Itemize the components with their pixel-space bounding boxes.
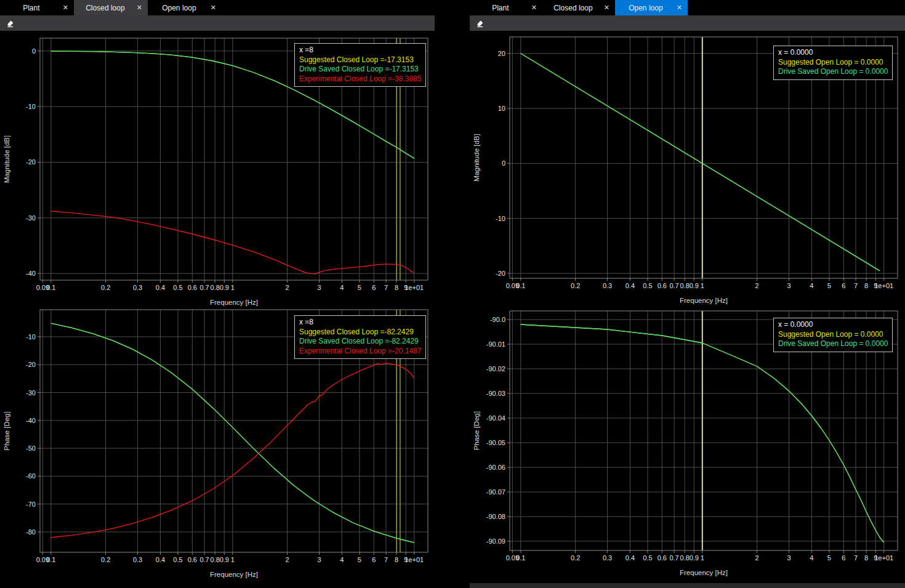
- svg-text:-10: -10: [26, 103, 36, 110]
- drive-saved-readout: Drive Saved Open Loop = 0.0000: [778, 67, 888, 77]
- svg-text:6: 6: [842, 554, 845, 562]
- svg-text:-90.06: -90.06: [486, 464, 505, 471]
- svg-text:8: 8: [395, 556, 398, 563]
- close-icon[interactable]: ✕: [63, 4, 74, 12]
- svg-text:3: 3: [317, 556, 321, 563]
- x-axis-label: Frequency [Hz]: [680, 297, 728, 304]
- closed-loop-charts: 0.090.10.20.30.40.50.60.70.80.9123456789…: [0, 31, 435, 588]
- svg-text:5: 5: [827, 282, 831, 289]
- svg-text:0.9: 0.9: [220, 556, 229, 563]
- svg-text:6: 6: [842, 282, 845, 289]
- suggested-readout: Suggested Closed Loop =-17.3153: [299, 55, 421, 65]
- svg-text:-50: -50: [26, 445, 36, 452]
- open-loop-panel: Plant ✕ Closed loop ✕ Open loop ✕ 0.090.…: [470, 0, 905, 588]
- tab-label: Closed loop: [74, 4, 137, 12]
- close-icon[interactable]: ✕: [604, 4, 615, 12]
- svg-text:0.9: 0.9: [220, 284, 229, 291]
- drive-saved-readout: Drive Saved Open Loop = 0.0000: [778, 339, 888, 349]
- svg-text:-20: -20: [26, 158, 36, 166]
- svg-text:0.5: 0.5: [643, 282, 652, 289]
- svg-text:6: 6: [372, 556, 376, 563]
- svg-text:6: 6: [372, 284, 376, 291]
- svg-text:0.8: 0.8: [211, 556, 220, 563]
- svg-text:20: 20: [498, 50, 505, 57]
- close-icon[interactable]: ✕: [211, 4, 222, 12]
- y-axis-label: Magnitude [dB]: [3, 135, 10, 183]
- tab-closed-loop[interactable]: Closed loop ✕: [74, 0, 148, 15]
- svg-text:0.7: 0.7: [669, 554, 678, 562]
- y-axis-label: Magnitude [dB]: [473, 134, 480, 181]
- suggested-readout: Suggested Open Loop = 0.0000: [778, 58, 888, 68]
- close-icon[interactable]: ✕: [531, 4, 542, 12]
- tab-plant[interactable]: Plant ✕: [0, 0, 74, 15]
- svg-text:1e+01: 1e+01: [874, 554, 893, 562]
- eraser-icon[interactable]: [475, 18, 485, 28]
- svg-text:0.6: 0.6: [658, 554, 667, 562]
- svg-text:0.1: 0.1: [516, 282, 525, 289]
- svg-text:-90.01: -90.01: [486, 340, 505, 348]
- svg-text:0.9: 0.9: [690, 554, 699, 562]
- tab-label: Plant: [0, 4, 63, 12]
- svg-text:-20: -20: [26, 361, 36, 368]
- svg-text:8: 8: [864, 282, 868, 289]
- svg-text:-90.02: -90.02: [486, 365, 505, 373]
- svg-text:0.9: 0.9: [690, 282, 699, 289]
- tab-closed-loop[interactable]: Closed loop ✕: [542, 0, 615, 15]
- x-axis-label: Frequency [Hz]: [210, 571, 258, 578]
- svg-text:7: 7: [854, 554, 858, 562]
- svg-text:8: 8: [864, 554, 868, 562]
- svg-text:2: 2: [286, 284, 289, 291]
- x-axis-label: Frequency [Hz]: [680, 569, 728, 576]
- left-tab-bar: Plant ✕ Closed loop ✕ Open loop ✕: [0, 0, 435, 15]
- x-axis-label: Frequency [Hz]: [210, 299, 258, 306]
- svg-text:0.5: 0.5: [643, 554, 652, 562]
- svg-text:5: 5: [358, 284, 361, 291]
- svg-text:2: 2: [755, 282, 759, 289]
- svg-text:0.2: 0.2: [101, 284, 110, 291]
- svg-text:0.4: 0.4: [625, 554, 635, 562]
- svg-text:0.1: 0.1: [516, 554, 525, 562]
- tab-open-loop[interactable]: Open loop ✕: [148, 0, 222, 15]
- svg-text:-90.03: -90.03: [486, 390, 505, 397]
- series-drive-saved-open-loop: [521, 54, 880, 271]
- svg-text:0.4: 0.4: [625, 282, 635, 289]
- svg-text:1e+01: 1e+01: [404, 284, 424, 291]
- eraser-icon[interactable]: [6, 18, 15, 28]
- svg-text:5: 5: [358, 556, 361, 563]
- svg-text:0: 0: [32, 47, 36, 55]
- tab-label: Plant: [470, 4, 531, 12]
- tab-plant[interactable]: Plant ✕: [470, 0, 542, 15]
- cursor-x-readout: x = 0.0000: [778, 320, 888, 330]
- svg-text:-90.09: -90.09: [486, 538, 505, 545]
- svg-text:-90.05: -90.05: [486, 439, 505, 446]
- svg-text:0.6: 0.6: [188, 284, 197, 291]
- svg-text:0.6: 0.6: [188, 556, 197, 563]
- svg-text:0.4: 0.4: [156, 556, 165, 563]
- svg-text:2: 2: [755, 554, 759, 562]
- close-icon[interactable]: ✕: [137, 4, 148, 12]
- close-icon[interactable]: ✕: [677, 4, 688, 12]
- svg-text:1: 1: [701, 554, 704, 562]
- svg-text:-70: -70: [26, 501, 36, 508]
- svg-text:-40: -40: [26, 417, 36, 424]
- drive-saved-readout: Drive Saved Closed Loop =-82.2429: [299, 337, 421, 347]
- svg-text:0: 0: [502, 159, 505, 167]
- y-axis-label: Phase [Deg]: [3, 411, 10, 450]
- suggested-readout: Suggested Open Loop = 0.0000: [778, 330, 888, 340]
- y-axis-label: Phase [Deg]: [473, 411, 480, 450]
- tab-open-loop[interactable]: Open loop ✕: [615, 0, 688, 15]
- svg-text:0.8: 0.8: [680, 282, 690, 289]
- magnitude-cursor-tooltip: x = 0.0000 Suggested Open Loop = 0.0000 …: [773, 46, 893, 80]
- svg-text:4: 4: [340, 556, 344, 563]
- svg-text:7: 7: [854, 282, 858, 289]
- svg-text:3: 3: [787, 282, 790, 289]
- svg-text:0.3: 0.3: [133, 556, 142, 563]
- svg-text:0.7: 0.7: [199, 556, 209, 563]
- svg-text:0.4: 0.4: [156, 284, 165, 291]
- svg-text:0.7: 0.7: [199, 284, 209, 291]
- svg-text:0.7: 0.7: [669, 282, 678, 289]
- svg-text:-90.07: -90.07: [486, 488, 505, 496]
- experimental-readout: Experimental Closed Loop =-20.1487: [299, 347, 421, 356]
- drive-saved-readout: Drive Saved Closed Loop =-17.3153: [299, 65, 421, 75]
- svg-text:1: 1: [231, 284, 235, 291]
